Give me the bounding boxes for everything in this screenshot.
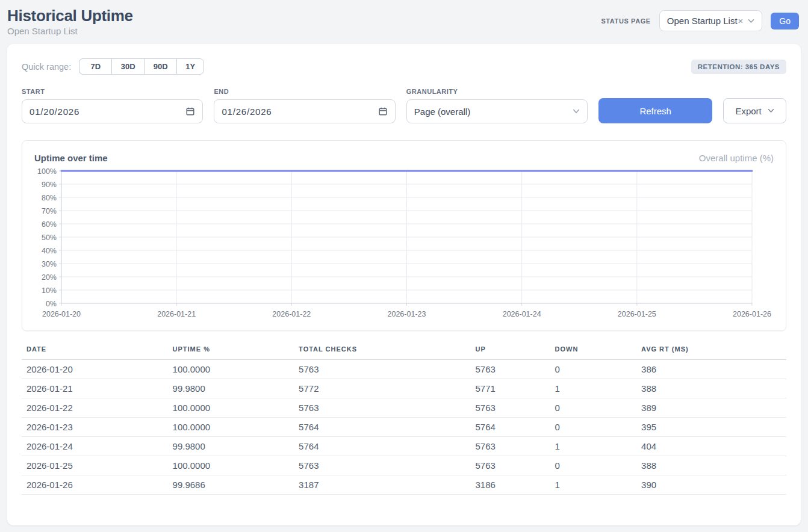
status-page-controls: STATUS PAGE Open Startup List × Go bbox=[601, 10, 799, 31]
table-cell: 100.0000 bbox=[168, 456, 294, 475]
table-cell: 2026-01-20 bbox=[22, 360, 168, 379]
table-cell: 1 bbox=[550, 475, 637, 495]
svg-text:70%: 70% bbox=[42, 207, 57, 215]
svg-text:2026-01-22: 2026-01-22 bbox=[272, 310, 311, 318]
table-row: 2026-01-2199.9800577257711388 bbox=[22, 379, 786, 398]
quick-range-30d-button[interactable]: 30D bbox=[111, 58, 144, 75]
granularity-field: GRANULARITY Page (overall) bbox=[406, 88, 588, 123]
svg-text:50%: 50% bbox=[42, 234, 57, 242]
uptime-line-chart: 0%10%20%30%40%50%60%70%80%90%100%2026-01… bbox=[34, 167, 774, 322]
table-cell: 100.0000 bbox=[168, 418, 294, 437]
end-date-value: 01/26/2026 bbox=[222, 107, 272, 117]
quick-range-90d-button[interactable]: 90D bbox=[144, 58, 176, 75]
table-cell: 5763 bbox=[294, 360, 470, 379]
status-page-label: STATUS PAGE bbox=[601, 17, 650, 25]
end-date-input[interactable]: 01/26/2026 bbox=[214, 99, 395, 123]
svg-text:2026-01-25: 2026-01-25 bbox=[618, 310, 656, 318]
chevron-down-icon bbox=[573, 109, 580, 114]
table-cell: 2026-01-21 bbox=[22, 379, 168, 398]
refresh-button[interactable]: Refresh bbox=[598, 98, 712, 123]
table-cell: 5763 bbox=[294, 398, 470, 418]
svg-text:80%: 80% bbox=[42, 194, 57, 202]
table-header: DATE UPTIME % TOTAL CHECKS UP DOWN AVG R… bbox=[22, 341, 786, 360]
table-cell: 3187 bbox=[294, 475, 470, 495]
table-cell: 2026-01-22 bbox=[22, 398, 168, 418]
uptime-table: DATE UPTIME % TOTAL CHECKS UP DOWN AVG R… bbox=[22, 341, 786, 495]
table-cell: 99.9686 bbox=[168, 475, 294, 495]
table-cell: 404 bbox=[636, 437, 786, 456]
column-header-uptime: UPTIME % bbox=[168, 341, 294, 360]
granularity-select[interactable]: Page (overall) bbox=[406, 99, 588, 123]
clear-selection-icon[interactable]: × bbox=[738, 16, 744, 26]
svg-text:40%: 40% bbox=[42, 247, 57, 255]
table-row: 2026-01-2499.9800576457631404 bbox=[22, 437, 786, 456]
page-header: Historical Uptime Open Startup List STAT… bbox=[0, 0, 808, 44]
calendar-icon[interactable] bbox=[185, 107, 195, 116]
uptime-chart-card: Uptime over time Overall uptime (%) 0%10… bbox=[22, 140, 786, 331]
table-cell: 5764 bbox=[294, 418, 470, 437]
status-page-select[interactable]: Open Startup List × bbox=[659, 10, 763, 31]
start-date-value: 01/20/2026 bbox=[30, 107, 79, 117]
table-row: 2026-01-23100.0000576457640395 bbox=[22, 418, 786, 437]
table-row: 2026-01-22100.0000576357630389 bbox=[22, 398, 786, 418]
chart-title: Uptime over time bbox=[34, 153, 108, 163]
table-cell: 5763 bbox=[470, 398, 550, 418]
granularity-selected-value: Page (overall) bbox=[414, 107, 470, 117]
quick-range-label: Quick range: bbox=[22, 62, 71, 72]
table-cell: 99.9800 bbox=[168, 437, 294, 456]
table-cell: 395 bbox=[636, 418, 786, 437]
calendar-icon[interactable] bbox=[378, 107, 388, 116]
table-cell: 100.0000 bbox=[168, 360, 294, 379]
table-row: 2026-01-25100.0000576357630388 bbox=[22, 456, 786, 475]
table-cell: 5763 bbox=[470, 437, 550, 456]
go-button[interactable]: Go bbox=[771, 13, 799, 29]
table-cell: 388 bbox=[636, 456, 786, 475]
column-header-down: DOWN bbox=[550, 341, 637, 360]
table-cell: 390 bbox=[636, 475, 786, 495]
table-row: 2026-01-20100.0000576357630386 bbox=[22, 360, 786, 379]
table-cell: 5771 bbox=[470, 379, 550, 398]
main-panel: Quick range: 7D 30D 90D 1Y RETENTION: 36… bbox=[7, 44, 801, 525]
svg-text:20%: 20% bbox=[42, 273, 57, 282]
table-body: 2026-01-20100.00005763576303862026-01-21… bbox=[22, 360, 786, 495]
table-cell: 5763 bbox=[294, 456, 470, 475]
toolbar-row: Quick range: 7D 30D 90D 1Y RETENTION: 36… bbox=[22, 58, 786, 75]
table-cell: 0 bbox=[550, 398, 637, 418]
table-cell: 5764 bbox=[294, 437, 470, 456]
table-cell: 3186 bbox=[470, 475, 550, 495]
end-label: END bbox=[214, 88, 395, 95]
start-label: START bbox=[22, 88, 203, 95]
svg-text:60%: 60% bbox=[42, 220, 57, 229]
column-header-avg-rt: AVG RT (MS) bbox=[636, 341, 786, 360]
table-row: 2026-01-2699.9686318731861390 bbox=[22, 475, 786, 495]
svg-text:2026-01-24: 2026-01-24 bbox=[503, 310, 541, 318]
table-cell: 0 bbox=[550, 456, 637, 475]
retention-badge: RETENTION: 365 DAYS bbox=[691, 60, 786, 74]
svg-text:2026-01-20: 2026-01-20 bbox=[42, 310, 81, 318]
svg-text:90%: 90% bbox=[42, 181, 57, 189]
quick-range-7d-button[interactable]: 7D bbox=[79, 58, 111, 75]
table-cell: 100.0000 bbox=[168, 398, 294, 418]
column-header-date: DATE bbox=[22, 341, 168, 360]
title-block: Historical Uptime Open Startup List bbox=[7, 7, 133, 37]
page-subtitle: Open Startup List bbox=[7, 26, 133, 37]
quick-range-1y-button[interactable]: 1Y bbox=[176, 58, 204, 75]
table-cell: 5764 bbox=[470, 418, 550, 437]
end-date-field: END 01/26/2026 bbox=[214, 88, 395, 123]
column-header-total-checks: TOTAL CHECKS bbox=[294, 341, 470, 360]
page-title: Historical Uptime bbox=[7, 7, 133, 24]
table-cell: 0 bbox=[550, 360, 637, 379]
svg-text:100%: 100% bbox=[37, 167, 57, 176]
table-cell: 2026-01-23 bbox=[22, 418, 168, 437]
table-cell: 386 bbox=[636, 360, 786, 379]
table-cell: 2026-01-25 bbox=[22, 456, 168, 475]
start-date-input[interactable]: 01/20/2026 bbox=[22, 99, 203, 123]
chart-legend: Overall uptime (%) bbox=[699, 153, 774, 163]
table-cell: 0 bbox=[550, 418, 637, 437]
export-button[interactable]: Export bbox=[723, 98, 786, 123]
column-header-up: UP bbox=[470, 341, 550, 360]
table-cell: 5763 bbox=[470, 456, 550, 475]
chart-header: Uptime over time Overall uptime (%) bbox=[34, 153, 774, 163]
chevron-down-icon bbox=[748, 19, 754, 23]
quick-range-group: 7D 30D 90D 1Y bbox=[79, 58, 204, 75]
